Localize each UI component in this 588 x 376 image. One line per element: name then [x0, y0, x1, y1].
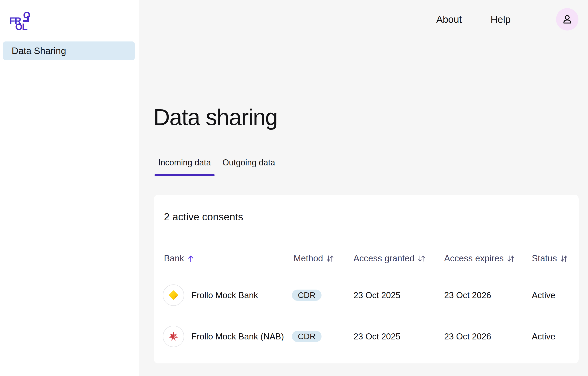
frollo-logo-icon: FR O OL	[9, 10, 31, 31]
status-value: Active	[532, 332, 555, 342]
access-granted-date: 23 Oct 2025	[353, 290, 401, 301]
tab-label: Incoming data	[158, 158, 211, 167]
sort-asc-icon	[187, 255, 194, 262]
tab-label: Outgoing data	[222, 158, 275, 167]
bank-logo-nab-star-icon	[163, 326, 184, 347]
sort-both-icon	[560, 255, 568, 262]
page-title: Data sharing	[153, 105, 278, 129]
tab-outgoing-data[interactable]: Outgoing data	[219, 156, 279, 170]
sidebar-item-data-sharing[interactable]: Data Sharing	[3, 42, 135, 60]
sort-both-icon	[418, 255, 425, 262]
tab-incoming-data[interactable]: Incoming data	[155, 156, 214, 170]
method-label: CDR	[298, 291, 316, 300]
status-value: Active	[532, 290, 555, 301]
access-expires-date: 23 Oct 2026	[444, 332, 491, 342]
column-header-bank[interactable]: Bank	[164, 253, 194, 263]
column-header-access-expires[interactable]: Access expires	[444, 253, 514, 263]
logo-letters-ol: OL	[15, 22, 27, 31]
sort-both-icon	[326, 255, 334, 262]
nav-link-help[interactable]: Help	[491, 14, 511, 25]
access-expires-date: 23 Oct 2026	[444, 290, 491, 301]
bank-name: Frollo Mock Bank	[192, 290, 258, 301]
bank-logo-commbank-diamond-icon	[163, 284, 184, 306]
column-header-status[interactable]: Status	[532, 253, 568, 263]
active-tab-indicator	[155, 174, 214, 176]
active-consents-count: 2 active consents	[164, 211, 243, 223]
column-header-access-granted[interactable]: Access granted	[353, 253, 425, 263]
column-label: Method	[294, 253, 323, 263]
sidebar-item-label: Data Sharing	[12, 46, 66, 56]
column-header-method[interactable]: Method	[294, 253, 334, 263]
method-label: CDR	[298, 332, 316, 341]
tab-track-line	[155, 176, 579, 176]
column-label: Access expires	[444, 253, 504, 263]
sidebar: FR O OL Data Sharing	[0, 0, 139, 376]
sort-both-icon	[507, 255, 514, 262]
column-label: Bank	[164, 253, 184, 263]
logo-rotated-l-stem	[27, 16, 29, 22]
method-badge: CDR	[292, 290, 321, 301]
user-avatar-button[interactable]	[556, 8, 578, 31]
consents-card: 2 active consents Bank Method Access gra…	[154, 195, 579, 363]
nav-link-about[interactable]: About	[436, 14, 462, 25]
header-divider	[154, 275, 579, 275]
method-badge: CDR	[292, 331, 321, 342]
column-label: Status	[532, 253, 557, 263]
person-icon	[561, 13, 573, 25]
bank-name: Frollo Mock Bank (NAB)	[192, 332, 284, 342]
column-label: Access granted	[353, 253, 415, 263]
access-granted-date: 23 Oct 2025	[353, 332, 401, 342]
row-divider	[154, 316, 579, 316]
